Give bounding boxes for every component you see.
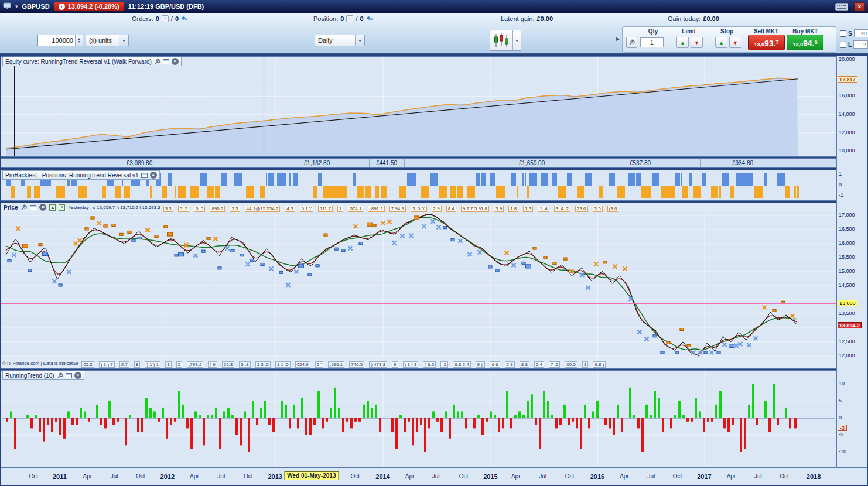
position-count-2: 0 (360, 15, 363, 22)
limit-row: L 2 (840, 40, 868, 49)
quantity-stepper[interactable]: 100000 ▲▼ (37, 35, 83, 46)
price-annotation: 3 5 (593, 206, 603, 212)
units-select-arrow-icon[interactable]: ▾ (119, 35, 128, 46)
window-icon[interactable] (30, 205, 36, 210)
price-chart-canvas[interactable] (1, 212, 836, 358)
dashed-marker-line (264, 57, 264, 156)
x-axis-tick: 2018 (807, 473, 821, 480)
runningtrend-panel-tab[interactable]: RunningTrend (10) × (2, 371, 84, 380)
price-annotations: 3 35 .20 .5890.22 544 1@15,534.24.35 1 )… (163, 203, 624, 212)
window-icon[interactable] (163, 59, 169, 64)
price-annotation: 7 94.9 (389, 206, 406, 212)
ticket-settings-button[interactable] (626, 37, 637, 48)
quantity-spinner[interactable]: ▲▼ (75, 35, 83, 46)
info-icon[interactable]: i (59, 4, 65, 10)
wrench-icon[interactable] (57, 372, 63, 379)
close-position-icon[interactable]: × (346, 15, 353, 22)
close-icon[interactable]: × (39, 204, 46, 211)
ticket-collapse-icon[interactable]: ▶ (616, 36, 620, 42)
buy-stop-button[interactable]: ▲ (715, 37, 727, 48)
stop-checkbox-label: S (848, 30, 852, 37)
sell-limit-button[interactable]: ▼ (691, 37, 703, 48)
price-annotation: 1 3 (523, 206, 533, 212)
bottom-annotation: 1 3 .5 (255, 361, 271, 368)
equity-panel-tab[interactable]: Equity curve: RunningTrend Reversal v1 (… (2, 57, 182, 66)
timeframe-select-arrow-icon[interactable]: ▾ (355, 35, 364, 46)
stop-row: S 20 (840, 29, 868, 37)
cursor-date-highlight: Wed 01-May-2013 (284, 471, 339, 480)
x-axis-tick: Apr (511, 473, 521, 480)
price-annotation: 2 5 (230, 206, 240, 212)
zoom-in-icon[interactable]: ▲ (49, 204, 56, 211)
gain-today: Gain today: £0.00 (668, 15, 719, 22)
stop-checkbox[interactable] (840, 30, 846, 37)
bottom-annotation: 9.8 2.4 (453, 361, 470, 368)
price-annotation: (3.0 (607, 206, 619, 212)
wrench-icon[interactable] (154, 59, 160, 65)
copyright-text: © IT-Finance.com | Data is indicative (2, 361, 78, 366)
position-status: Position: 0 × / 0 (313, 15, 374, 22)
price-panel-title: Price (4, 204, 18, 211)
equity-panel-title: Equity curve: RunningTrend Reversal v1 (… (5, 59, 152, 65)
price-axis[interactable]: 20,00017,81716,00014,00012,00010,00010-1… (836, 56, 867, 467)
price-annotation: 23.0 (575, 206, 588, 212)
y-axis-label: 17,817 (838, 76, 857, 83)
y-axis-label: -5 (839, 432, 843, 438)
instrument-dropdown-icon[interactable]: ▾ (15, 4, 18, 9)
positions-panel-tab[interactable]: ProBacktest - Positions: RunningTrend Re… (2, 170, 160, 180)
x-axis-tick: Jul (539, 473, 546, 480)
close-icon[interactable]: × (150, 172, 157, 179)
window-icon[interactable] (141, 173, 148, 178)
price-annotation: 1 8 (508, 206, 518, 212)
buy-limit-button[interactable]: ▲ (676, 37, 689, 48)
wrench-icon[interactable] (20, 204, 27, 211)
y-axis-label: 0 (839, 182, 842, 188)
stats-divider (580, 159, 580, 167)
y-axis-label: 17,000 (839, 212, 855, 218)
bottom-annotation: 9 )' (476, 361, 486, 368)
cancel-orders-icon[interactable]: × (162, 15, 169, 22)
limit-checkbox[interactable] (840, 42, 846, 48)
ticket-qty-input[interactable]: 1 (640, 37, 664, 47)
instrument-name[interactable]: GBPUSD (22, 3, 50, 10)
x-axis-tick: Jul (754, 473, 762, 480)
close-icon[interactable]: × (74, 372, 81, 379)
sell-market-button[interactable]: 13,093.7 (748, 35, 785, 50)
gain-today-label: Gain today: (668, 15, 700, 22)
buy-mkt-header: Buy MKT (792, 28, 818, 35)
bottom-annotation: 25.3 (222, 361, 235, 368)
bottom-annotation: 9.8 ) (593, 361, 606, 368)
window-icon[interactable] (66, 373, 72, 378)
runningtrend-chart-canvas[interactable] (1, 370, 836, 467)
price-badge-text: 13,094.2 (-0.20%) (68, 3, 119, 10)
quantity-value[interactable]: 100000 (38, 37, 75, 44)
keyboard-icon[interactable] (835, 3, 848, 11)
bottom-annotation: ) 9 (208, 361, 217, 368)
y-axis-label: 10,000 (839, 148, 855, 154)
x-axis-tick: Apr (620, 473, 629, 480)
x-axis-tick: Apr (405, 473, 415, 480)
price-annotation: 0 .5 (194, 206, 205, 212)
segment-gain-value: £1,650.00 (519, 160, 545, 166)
y-axis-label: 15,000 (839, 268, 855, 275)
close-icon[interactable]: × (172, 58, 179, 65)
chart-type-button[interactable]: ▾ (490, 30, 521, 51)
buy-market-button[interactable]: 13,094.6 (787, 35, 823, 50)
y-axis-label: 12,000 (839, 352, 855, 359)
window-close-button[interactable]: × (854, 2, 865, 11)
position-settings-icon[interactable] (366, 15, 374, 22)
sell-stop-button[interactable]: ▼ (729, 37, 741, 48)
y-axis-label: 16,000 (839, 240, 855, 247)
units-select[interactable]: (x) units ▾ (86, 35, 129, 46)
equity-chart-canvas[interactable] (1, 56, 836, 157)
bottom-annotation: 3 (165, 361, 171, 368)
timeframe-select[interactable]: Daily ▾ (315, 35, 365, 46)
stop-value-input[interactable]: 20 (854, 29, 868, 37)
crosshair-vertical-line (310, 56, 310, 467)
limit-value-input[interactable]: 2 (853, 40, 868, 49)
orders-settings-icon[interactable] (181, 15, 189, 22)
time-axis[interactable]: Oct2011AprJulOct2012AprJulOct2013Oct2014… (1, 467, 867, 485)
orders-label: Orders: (132, 15, 153, 22)
chart-type-arrow-icon[interactable]: ▾ (512, 30, 521, 50)
add-indicator-icon[interactable]: + (59, 204, 65, 211)
